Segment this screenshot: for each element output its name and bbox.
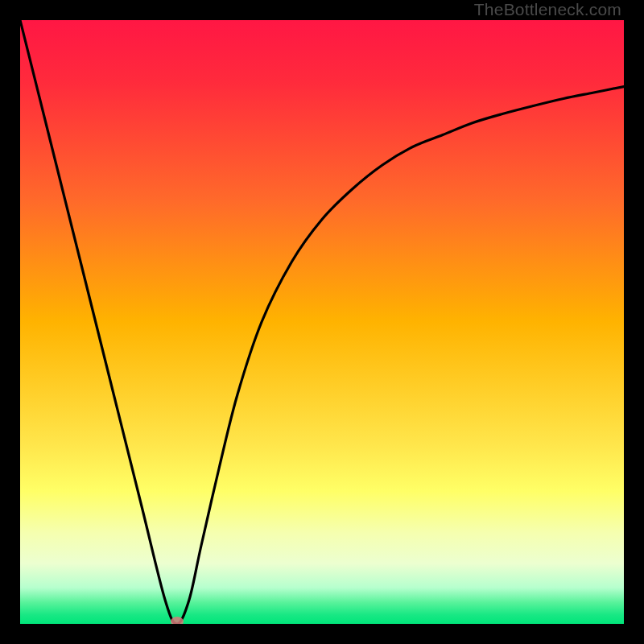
chart-plot-area — [20, 20, 624, 624]
watermark-text: TheBottleneck.com — [474, 0, 621, 19]
chart-curve — [20, 20, 624, 624]
